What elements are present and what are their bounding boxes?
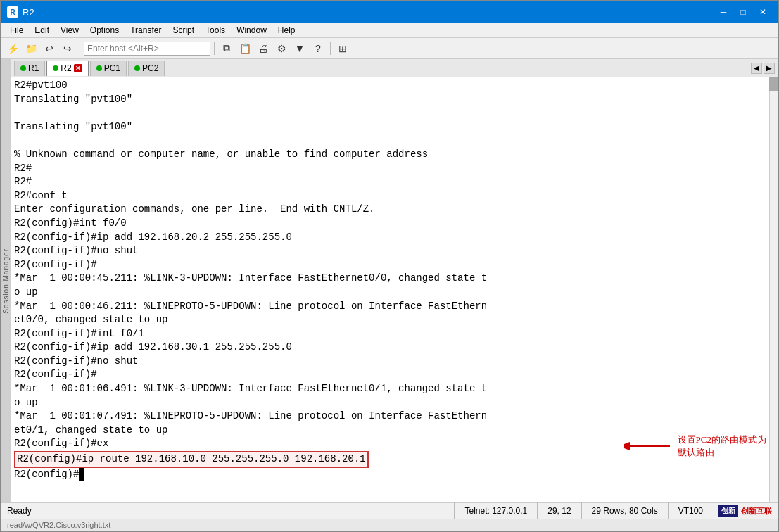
session-manager-bar[interactable]: Session Manager bbox=[1, 59, 11, 502]
status-bottom-text: read/w/QVR2.Cisco.v3right.txt bbox=[7, 521, 110, 529]
title-bar: R R2 ─ □ ✕ bbox=[1, 1, 778, 23]
toolbar-settings[interactable]: ⚙ bbox=[273, 41, 290, 56]
tab-r1-dot bbox=[20, 65, 26, 71]
menu-options[interactable]: Options bbox=[84, 24, 125, 37]
status-position: 29, 12 bbox=[543, 506, 575, 516]
toolbar-filter[interactable]: ▼ bbox=[291, 41, 308, 56]
tabs-prev[interactable]: ◀ bbox=[751, 63, 762, 74]
watermark: 创新 创新互联 bbox=[718, 505, 772, 517]
tab-r1-label: R1 bbox=[28, 63, 39, 73]
status-div2 bbox=[537, 502, 538, 519]
content-area: R1 R2 ✕ PC1 PC2 ◀ ▶ bbox=[11, 59, 778, 502]
status-bar: Ready Telnet: 127.0.0.1 29, 12 29 Rows, … bbox=[1, 502, 778, 531]
tab-pc2[interactable]: PC2 bbox=[128, 61, 165, 76]
toolbar: ⚡ 📁 ↩ ↪ ⧉ 📋 🖨 ⚙ ▼ ? ⊞ bbox=[1, 38, 778, 59]
toolbar-extra[interactable]: ⊞ bbox=[334, 41, 351, 56]
scrollbar-track[interactable] bbox=[769, 77, 778, 502]
menu-file[interactable]: File bbox=[4, 24, 29, 37]
toolbar-undo[interactable]: ↩ bbox=[41, 41, 58, 56]
menu-tools[interactable]: Tools bbox=[200, 24, 231, 37]
app-icon: R bbox=[7, 6, 18, 18]
session-manager-label: Session Manager bbox=[2, 248, 10, 314]
window-title: R2 bbox=[23, 7, 34, 18]
tab-pc1-label: PC1 bbox=[104, 63, 120, 73]
toolbar-copy[interactable]: ⧉ bbox=[218, 41, 235, 56]
tab-r2-dot bbox=[53, 65, 58, 71]
tab-r2[interactable]: R2 ✕ bbox=[46, 61, 88, 76]
tabs-nav: ◀ ▶ bbox=[751, 63, 775, 74]
tabs-bar: R1 R2 ✕ PC1 PC2 ◀ ▶ bbox=[11, 59, 778, 77]
tab-r2-label: R2 bbox=[61, 63, 71, 73]
menu-help[interactable]: Help bbox=[272, 24, 301, 37]
tab-r2-close[interactable]: ✕ bbox=[74, 64, 82, 72]
menu-view[interactable]: View bbox=[55, 24, 84, 37]
toolbar-help[interactable]: ? bbox=[310, 41, 327, 56]
toolbar-open[interactable]: 📁 bbox=[23, 41, 39, 56]
minimize-button[interactable]: ─ bbox=[714, 5, 733, 19]
menu-edit[interactable]: Edit bbox=[29, 24, 55, 37]
menu-script[interactable]: Script bbox=[167, 24, 200, 37]
status-telnet: Telnet: 127.0.0.1 bbox=[460, 506, 531, 516]
tab-pc2-label: PC2 bbox=[142, 63, 158, 73]
toolbar-sep1 bbox=[80, 42, 80, 55]
tab-pc2-dot bbox=[134, 65, 140, 71]
tab-r1[interactable]: R1 bbox=[14, 61, 45, 76]
menu-bar: File Edit View Options Transfer Script T… bbox=[1, 23, 778, 38]
status-ready: Ready bbox=[7, 506, 448, 516]
tab-pc1-dot bbox=[96, 65, 102, 71]
tab-pc1[interactable]: PC1 bbox=[90, 61, 127, 76]
scrollbar-thumb[interactable] bbox=[769, 77, 778, 91]
status-div1 bbox=[454, 502, 455, 519]
menu-transfer[interactable]: Transfer bbox=[125, 24, 167, 37]
terminal[interactable]: R2#pvt100 Translating "pvt100" Translati… bbox=[11, 77, 778, 502]
terminal-content: R2#pvt100 Translating "pvt100" Translati… bbox=[14, 79, 775, 481]
main-window: R R2 ─ □ ✕ File Edit View Options Transf… bbox=[0, 0, 779, 532]
title-bar-left: R R2 bbox=[7, 6, 34, 18]
tabs-next[interactable]: ▶ bbox=[764, 63, 775, 74]
status-vt: VT100 bbox=[674, 506, 707, 516]
main-area: Session Manager R1 R2 ✕ PC1 bbox=[1, 59, 778, 502]
status-bottom: read/w/QVR2.Cisco.v3right.txt bbox=[1, 519, 778, 531]
toolbar-sep3 bbox=[330, 42, 331, 55]
toolbar-sep2 bbox=[214, 42, 215, 55]
status-rows-cols: 29 Rows, 80 Cols bbox=[588, 506, 662, 516]
watermark-icon: 创新 bbox=[718, 505, 738, 517]
toolbar-print[interactable]: 🖨 bbox=[255, 41, 272, 56]
watermark-text: 创新互联 bbox=[741, 506, 772, 517]
close-button[interactable]: ✕ bbox=[754, 5, 772, 19]
toolbar-new[interactable]: ⚡ bbox=[4, 41, 21, 56]
host-input[interactable] bbox=[84, 42, 210, 56]
maximize-button[interactable]: □ bbox=[734, 5, 752, 19]
status-div3 bbox=[581, 502, 582, 519]
title-bar-controls: ─ □ ✕ bbox=[714, 5, 772, 19]
status-div4 bbox=[668, 502, 669, 519]
toolbar-redo[interactable]: ↪ bbox=[59, 41, 76, 56]
menu-window[interactable]: Window bbox=[231, 24, 272, 37]
toolbar-paste[interactable]: 📋 bbox=[236, 41, 253, 56]
